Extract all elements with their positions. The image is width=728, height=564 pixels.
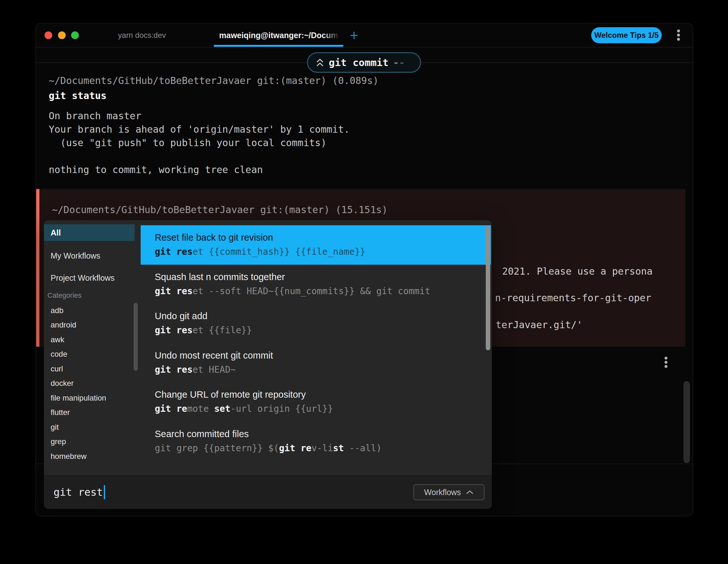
- workflows-dropdown-label: Workflows: [424, 488, 461, 497]
- tab-yarn-docs[interactable]: yarn docs:dev: [100, 23, 184, 47]
- workflow-command: git reset {{file}}: [155, 325, 491, 336]
- output-line: nothing to commit, working tree clean: [49, 163, 379, 177]
- sidebar-category-item[interactable]: android: [44, 318, 135, 333]
- workflow-command: git reset {{commit_hash}} {{file_name}}: [155, 246, 491, 257]
- sticky-command-pill[interactable]: git commit --: [307, 52, 421, 73]
- palette-sidebar: All My Workflows Project Workflows Categ…: [44, 220, 135, 475]
- command-text: git status: [49, 89, 379, 103]
- sidebar-scrollbar-thumb[interactable]: [134, 303, 138, 371]
- sidebar-category-item[interactable]: docker: [44, 376, 135, 391]
- workflow-command: git remote set-url origin {{url}}: [155, 403, 491, 414]
- command-output: On branch masterYour branch is ahead of …: [49, 109, 379, 177]
- sidebar-item-all[interactable]: All: [44, 224, 135, 241]
- sidebar-category-item[interactable]: git: [44, 420, 135, 435]
- sidebar-item-project-workflows[interactable]: Project Workflows: [44, 270, 135, 285]
- clipped-output-line: terJavaer.git/': [496, 319, 583, 330]
- workflow-command: git grep {{pattern}} $(git rev-list --al…: [155, 443, 491, 454]
- welcome-tips-button[interactable]: Welcome Tips 1/5: [591, 27, 662, 43]
- workflow-title: Reset file back to git revision: [155, 232, 491, 243]
- workflow-item[interactable]: Undo most recent git commit git reset HE…: [141, 343, 491, 383]
- sidebar-category-item[interactable]: awk: [44, 332, 135, 347]
- sidebar-category-item[interactable]: curl: [44, 361, 135, 376]
- workflow-item[interactable]: Undo git add git reset {{file}}: [141, 304, 491, 343]
- workflow-command: git reset --soft HEAD~{{num_commits}} &&…: [155, 286, 491, 297]
- double-chevron-up-icon: [316, 58, 324, 67]
- close-window-icon[interactable]: [45, 31, 52, 39]
- sticky-command-text: git commit: [329, 57, 389, 68]
- sidebar-item-my-workflows[interactable]: My Workflows: [44, 248, 135, 263]
- workflow-item[interactable]: Reset file back to git revision git rese…: [141, 225, 491, 265]
- search-input-value: git rest: [54, 486, 103, 498]
- clipped-output-line: 2021. Please use a persona: [502, 266, 653, 277]
- tab-label: yarn docs:dev: [118, 31, 166, 40]
- output-line: On branch master: [49, 109, 379, 123]
- sidebar-category-item[interactable]: homebrew: [44, 449, 135, 464]
- active-tab-underline: [214, 45, 343, 47]
- workflow-item[interactable]: Change URL of remote git repository git …: [141, 382, 491, 422]
- prompt-line: ~/Documents/GitHub/toBeBetterJavaer git:…: [52, 203, 388, 217]
- window-menu-icon[interactable]: [674, 29, 683, 41]
- chevron-up-icon: [466, 490, 474, 495]
- workflow-item[interactable]: Search committed files git grep {{patter…: [141, 422, 491, 461]
- clipped-output-line: n-requirements-for-git-oper: [495, 292, 651, 303]
- category-list: adbandroidawkcodecurldockerfile manipula…: [44, 303, 135, 464]
- workflow-title: Undo git add: [155, 311, 491, 321]
- workflow-palette: All My Workflows Project Workflows Categ…: [44, 220, 492, 509]
- minimize-window-icon[interactable]: [58, 31, 66, 39]
- output-line: [49, 150, 379, 163]
- sticky-command-suffix: --: [393, 57, 405, 68]
- workflow-command: git reset HEAD~: [155, 364, 491, 375]
- workflow-list: Reset file back to git revision git rese…: [141, 220, 491, 470]
- new-tab-button[interactable]: +: [344, 26, 364, 45]
- command-block-success[interactable]: ~/Documents/GitHub/toBeBetterJavaer git:…: [49, 74, 379, 177]
- sidebar-category-item[interactable]: adb: [44, 303, 135, 318]
- sidebar-category-item[interactable]: file manipulation: [44, 391, 135, 405]
- search-input[interactable]: git rest: [54, 476, 105, 509]
- categories-label: Categories: [44, 292, 135, 299]
- workflow-title: Change URL of remote git repository: [155, 389, 491, 400]
- tab-bar: yarn docs:dev maweiqing@itwanger:~/Docum…: [36, 23, 693, 47]
- workflow-title: Squash last n commits together: [155, 271, 491, 282]
- workflow-item[interactable]: Squash last n commits together git reset…: [141, 265, 491, 304]
- tab-label: maweiqing@itwanger:~/Docum: [219, 31, 338, 40]
- tab-active-session[interactable]: maweiqing@itwanger:~/Docum: [214, 23, 343, 47]
- tab-label-fade: [323, 27, 343, 43]
- text-cursor: [104, 485, 105, 499]
- output-line: (use "git push" to publish your local co…: [49, 136, 379, 150]
- welcome-tips-label: Welcome Tips 1/5: [594, 31, 659, 40]
- workflows-dropdown-button[interactable]: Workflows: [413, 484, 484, 500]
- zoom-window-icon[interactable]: [71, 31, 79, 39]
- sidebar-category-item[interactable]: code: [44, 347, 135, 362]
- workflow-title: Search committed files: [155, 428, 491, 439]
- window-scrollbar-thumb[interactable]: [683, 381, 690, 463]
- workflow-title: Undo most recent git commit: [155, 350, 491, 361]
- prompt-line: ~/Documents/GitHub/toBeBetterJavaer git:…: [49, 74, 379, 87]
- sidebar-category-item[interactable]: flutter: [44, 405, 135, 420]
- terminal-window: yarn docs:dev maweiqing@itwanger:~/Docum…: [36, 23, 693, 516]
- sidebar-category-item[interactable]: grep: [44, 435, 135, 449]
- output-line: Your branch is ahead of 'origin/master' …: [49, 123, 379, 136]
- palette-input-bar: git rest Workflows: [44, 475, 492, 509]
- block-menu-icon[interactable]: [661, 357, 671, 368]
- workflow-list-scrollbar-thumb[interactable]: [486, 226, 490, 350]
